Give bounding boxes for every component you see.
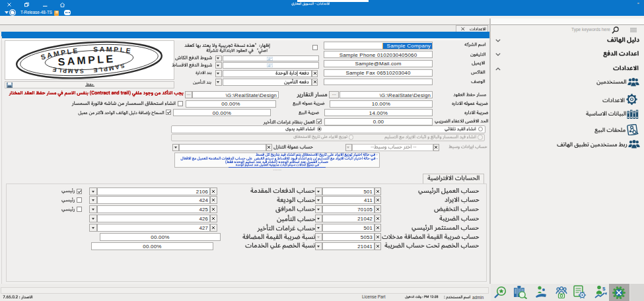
- svg-text:$: $: [602, 286, 606, 292]
